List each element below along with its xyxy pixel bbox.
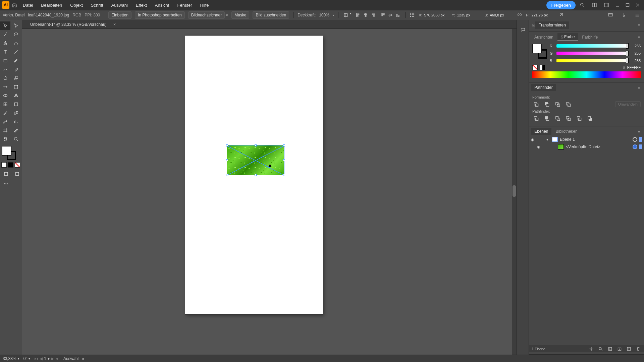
align-left-icon[interactable] <box>355 12 362 18</box>
y-value[interactable]: 1235 px <box>457 13 481 17</box>
slice-tool-icon[interactable] <box>11 126 21 135</box>
menu-auswahl[interactable]: Auswahl <box>108 1 131 10</box>
artboard-first-icon[interactable]: ⏮ <box>34 356 38 361</box>
home-icon[interactable] <box>11 1 18 9</box>
window-close-icon[interactable] <box>635 2 641 8</box>
make-clipping-mask-icon[interactable] <box>607 346 613 352</box>
screen-mode-dropdown-icon[interactable] <box>13 170 22 178</box>
align-vcenter-icon[interactable] <box>387 12 394 18</box>
crop-icon[interactable] <box>565 115 572 122</box>
new-layer-icon[interactable] <box>626 346 632 352</box>
share-button[interactable]: Freigeben <box>546 1 576 9</box>
lasso-tool-icon[interactable] <box>11 30 21 39</box>
hand-tool-icon[interactable] <box>0 135 10 143</box>
gradient-mode-icon[interactable] <box>8 162 13 168</box>
rotate-tool-icon[interactable] <box>0 74 10 82</box>
edit-toolbar-icon[interactable]: ••• <box>0 182 22 186</box>
layer-name[interactable]: <Verknüpfte Datei> <box>566 144 631 149</box>
delete-layer-icon[interactable] <box>635 346 641 352</box>
eraser-tool-icon[interactable] <box>11 65 21 74</box>
align-hcenter-icon[interactable] <box>362 12 369 18</box>
hex-value[interactable]: FFFFFF <box>627 65 641 69</box>
layer-row[interactable]: ◉ <Verknüpfte Datei> <box>529 143 644 150</box>
b-slider[interactable] <box>556 59 627 62</box>
color-panel-menu-icon[interactable]: ≡ <box>638 35 642 39</box>
embed-button[interactable]: Einbetten <box>108 11 131 19</box>
symbol-sprayer-tool-icon[interactable] <box>0 117 10 126</box>
artboard-index[interactable]: 1 <box>44 356 46 361</box>
linked-image[interactable]: ▲ <box>227 145 284 175</box>
direct-selection-tool-icon[interactable] <box>11 21 21 30</box>
menu-hilfe[interactable]: Hilfe <box>197 1 212 10</box>
color-fill-stroke-swatch[interactable] <box>532 44 547 59</box>
transform-panel-menu-icon[interactable]: ≡ <box>638 23 642 27</box>
align-top-icon[interactable] <box>380 12 386 18</box>
canvas-area[interactable]: ▲ <box>22 29 517 355</box>
zoom-level-dropdown[interactable]: 33,33%▾ <box>3 356 19 361</box>
mesh-tool-icon[interactable] <box>0 100 10 109</box>
trim-icon[interactable] <box>543 115 550 122</box>
x-value[interactable]: 576,2658 px <box>424 13 448 17</box>
b-value[interactable]: 255 <box>630 59 641 63</box>
minus-back-icon[interactable] <box>586 115 593 122</box>
merge-icon[interactable] <box>554 115 561 122</box>
artboard-prev-icon[interactable]: ◀ <box>40 356 43 361</box>
menu-bearbeiten[interactable]: Bearbeiten <box>38 1 65 10</box>
g-value[interactable]: 255 <box>630 51 641 55</box>
layer-row[interactable]: ◉ ▾ Ebene 1 <box>529 136 644 143</box>
layer-name[interactable]: Ebene 1 <box>560 137 631 142</box>
comments-panel-icon[interactable] <box>519 26 527 34</box>
tab-transform[interactable]: Transformieren <box>535 21 569 29</box>
r-value[interactable]: 255 <box>630 44 641 48</box>
crop-image-button[interactable]: Bild zuschneiden <box>253 11 289 19</box>
unite-icon[interactable] <box>532 101 540 108</box>
pin-panel-icon[interactable] <box>620 12 628 18</box>
artboard-next-icon[interactable]: ▶ <box>51 356 54 361</box>
intersect-icon[interactable] <box>554 101 561 108</box>
opacity-caret-icon[interactable]: › <box>333 13 334 17</box>
pathfinder-menu-icon[interactable]: ≡ <box>638 85 642 89</box>
eyedropper-tool-icon[interactable] <box>0 109 10 117</box>
image-trace-button[interactable]: Bildnachzeichner <box>188 11 225 19</box>
column-graph-tool-icon[interactable] <box>11 117 21 126</box>
g-slider[interactable] <box>556 52 627 55</box>
tab-align[interactable]: Ausrichten <box>531 34 557 41</box>
width-tool-icon[interactable] <box>0 82 10 91</box>
line-tool-icon[interactable] <box>11 48 21 56</box>
exclude-icon[interactable] <box>565 101 572 108</box>
color-mode-icon[interactable] <box>1 162 7 168</box>
screen-mode-normal-icon[interactable] <box>2 170 11 178</box>
artboard-last-icon[interactable]: ⏭ <box>55 356 59 361</box>
h-value[interactable]: 221,76 px <box>532 13 555 17</box>
status-caret-icon[interactable]: ▸ <box>83 356 85 361</box>
edit-in-photoshop-button[interactable]: In Photoshop bearbeiten <box>135 11 185 19</box>
window-minimize-icon[interactable] <box>614 2 621 8</box>
arrange-docs-icon[interactable] <box>590 1 599 9</box>
zoom-tool-icon[interactable] <box>11 135 21 143</box>
rotate-view-dropdown[interactable]: 0°▾ <box>23 356 30 361</box>
shape-builder-tool-icon[interactable] <box>0 91 10 100</box>
paintbrush-tool-icon[interactable] <box>11 56 21 65</box>
perspective-grid-tool-icon[interactable] <box>11 91 21 100</box>
color-spectrum[interactable] <box>532 71 641 78</box>
disclosure-icon[interactable]: ▾ <box>545 137 550 142</box>
optionsbar-menu-icon[interactable] <box>633 12 641 18</box>
transform-ref-point-icon[interactable] <box>410 12 415 18</box>
blend-tool-icon[interactable] <box>11 109 21 117</box>
fill-stroke-swatch[interactable] <box>2 146 16 160</box>
menu-objekt[interactable]: Objekt <box>67 1 86 10</box>
new-sublayer-icon[interactable] <box>616 346 623 352</box>
tab-layers[interactable]: Ebenen <box>531 128 551 135</box>
type-tool-icon[interactable] <box>0 48 10 56</box>
magic-wand-tool-icon[interactable] <box>0 30 10 39</box>
curvature-tool-icon[interactable] <box>11 39 21 48</box>
bw-swatch-icon[interactable] <box>540 65 545 70</box>
mask-button[interactable]: Maske <box>231 11 249 19</box>
align-right-icon[interactable] <box>370 12 376 18</box>
minus-front-icon[interactable] <box>543 101 550 108</box>
shear-icon[interactable] <box>558 12 564 18</box>
image-trace-dropdown-icon[interactable]: ▾ <box>226 13 228 17</box>
free-transform-tool-icon[interactable] <box>11 82 21 91</box>
divide-icon[interactable] <box>532 115 540 122</box>
document-tab[interactable]: Unbenannt-1* @ 33,33 % (RGB/Vorschau) <box>28 21 109 28</box>
